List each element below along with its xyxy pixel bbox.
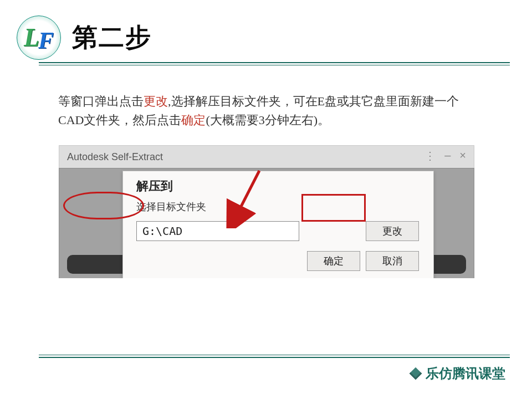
instruction-text: 等窗口弹出点击更改,选择解压目标文件夹，可在E盘或其它盘里面新建一个CAD文件夹… xyxy=(58,92,479,130)
close-icon[interactable]: × xyxy=(459,149,466,162)
dialog-subtitle: 选择目标文件夹 xyxy=(136,200,206,213)
parent-window-titlebar: Autodesk Self-Extract ⋮ – × xyxy=(59,145,474,168)
ok-button[interactable]: 确定 xyxy=(307,251,360,271)
options-icon[interactable]: ⋮ xyxy=(424,149,436,162)
footer-divider xyxy=(39,355,510,358)
instr-highlight-ok: 确定 xyxy=(181,113,206,127)
footer-brand-text: 乐仿腾讯课堂 xyxy=(426,365,505,382)
destination-path-input[interactable]: G:\CAD xyxy=(136,221,299,241)
header-divider xyxy=(39,62,510,65)
lf-logo: L F xyxy=(17,16,61,60)
step-title: 第二步 xyxy=(72,21,152,55)
parent-window-body: 解压到 选择目标文件夹 G:\CAD 更改 确定 取消 xyxy=(59,168,474,278)
logo-letter-f: F xyxy=(38,27,54,54)
extract-dialog: 解压到 选择目标文件夹 G:\CAD 更改 确定 取消 xyxy=(122,171,434,278)
window-controls: ⋮ – × xyxy=(424,149,466,162)
parent-window-title: Autodesk Self-Extract xyxy=(67,151,163,163)
minimize-icon[interactable]: – xyxy=(444,149,451,162)
diamond-icon xyxy=(410,367,422,380)
footer-brand: 乐仿腾讯课堂 xyxy=(411,365,505,382)
instr-seg-1: 等窗口弹出点击 xyxy=(58,94,144,108)
change-button[interactable]: 更改 xyxy=(366,221,419,241)
lf-logo-inner: L F xyxy=(24,23,54,53)
instr-seg-3: (大概需要3分钟左右)。 xyxy=(206,113,330,127)
logo-letter-l: L xyxy=(24,23,39,52)
instr-highlight-change: 更改 xyxy=(144,94,168,108)
cancel-button[interactable]: 取消 xyxy=(366,251,419,271)
annotation-path-circle xyxy=(63,192,144,219)
dialog-title: 解压到 xyxy=(136,178,173,195)
annotation-change-rect xyxy=(301,194,366,222)
